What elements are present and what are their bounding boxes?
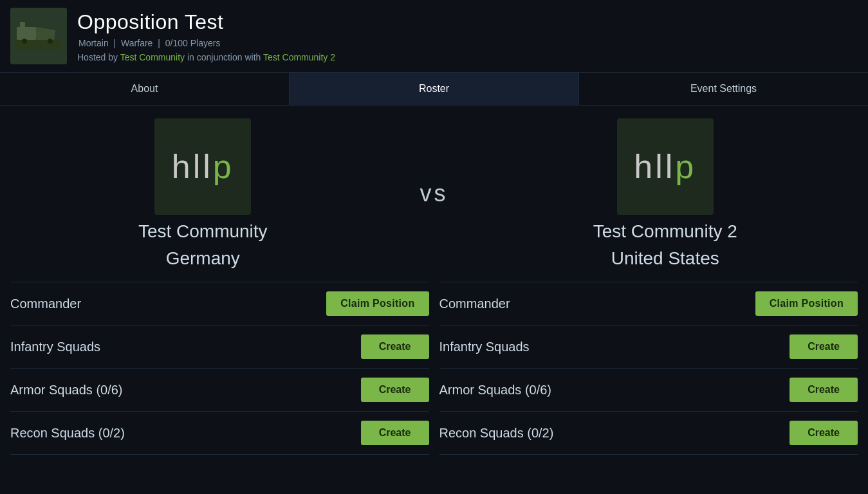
left-armor-label: Armor Squads (0/6) xyxy=(10,383,123,398)
left-claim-position-button[interactable]: Claim Position xyxy=(326,291,429,316)
host2-link[interactable]: Test Community 2 xyxy=(263,52,335,62)
left-recon-create-button[interactable]: Create xyxy=(361,421,429,445)
team-right-block: hllp Test Community 2 United States xyxy=(473,118,858,269)
left-recon-label: Recon Squads (0/2) xyxy=(10,426,125,441)
vs-section: hllp Test Community Germany vs hllp Test… xyxy=(10,105,858,275)
team-left-name: Test Community xyxy=(138,221,268,242)
host1-link[interactable]: Test Community xyxy=(120,52,185,62)
game-thumbnail xyxy=(10,8,67,64)
left-commander-label: Commander xyxy=(10,297,81,311)
left-infantry-row: Infantry Squads Create xyxy=(10,325,429,369)
roster-divider xyxy=(429,282,439,455)
right-recon-row: Recon Squads (0/2) Create xyxy=(439,412,858,455)
right-armor-row: Armor Squads (0/6) Create xyxy=(439,369,858,412)
separator-1: | xyxy=(114,38,116,48)
team-left-faction: Germany xyxy=(166,248,240,269)
tab-roster[interactable]: Roster xyxy=(290,73,579,105)
right-armor-create-button[interactable]: Create xyxy=(790,378,858,402)
svg-point-6 xyxy=(22,39,27,44)
left-armor-row: Armor Squads (0/6) Create xyxy=(10,369,429,412)
tab-bar: About Roster Event Settings xyxy=(0,72,868,105)
separator-2: | xyxy=(158,38,160,48)
left-infantry-label: Infantry Squads xyxy=(10,340,100,354)
svg-rect-1 xyxy=(17,27,36,40)
game-label: Mortain xyxy=(78,38,109,48)
right-recon-create-button[interactable]: Create xyxy=(790,421,858,445)
team-left-block: hllp Test Community Germany xyxy=(10,118,396,269)
players-label: 0/100 Players xyxy=(165,38,221,48)
right-armor-label: Armor Squads (0/6) xyxy=(439,383,552,398)
team-right-name: Test Community 2 xyxy=(593,221,737,242)
roster-container: Commander Claim Position Infantry Squads… xyxy=(10,282,858,455)
team-right-logo: hllp xyxy=(617,118,714,215)
roster-left: Commander Claim Position Infantry Squads… xyxy=(10,282,429,455)
hosted-by: Hosted by Test Community in conjunction … xyxy=(77,52,335,62)
right-commander-row: Commander Claim Position xyxy=(439,282,858,325)
event-title: Opposition Test xyxy=(77,10,335,34)
mode-label: Warfare xyxy=(121,38,152,48)
header: Opposition Test Mortain | Warfare | 0/10… xyxy=(0,0,868,72)
right-infantry-create-button[interactable]: Create xyxy=(790,334,858,359)
team-right-faction: United States xyxy=(611,248,719,269)
right-infantry-row: Infantry Squads Create xyxy=(439,325,858,369)
header-info: Opposition Test Mortain | Warfare | 0/10… xyxy=(77,10,335,62)
roster-right: Commander Claim Position Infantry Squads… xyxy=(439,282,858,455)
vs-label: vs xyxy=(396,180,473,207)
hosted-conjunction: in conjunction with xyxy=(187,52,261,62)
svg-rect-4 xyxy=(39,33,52,39)
right-recon-label: Recon Squads (0/2) xyxy=(439,426,554,441)
right-claim-position-button[interactable]: Claim Position xyxy=(755,291,858,316)
team-left-logo: hllp xyxy=(154,118,251,215)
main-content: hllp Test Community Germany vs hllp Test… xyxy=(0,105,868,455)
tab-event-settings[interactable]: Event Settings xyxy=(579,73,868,105)
right-infantry-label: Infantry Squads xyxy=(439,340,530,354)
right-commander-label: Commander xyxy=(439,297,510,311)
left-infantry-create-button[interactable]: Create xyxy=(361,334,429,359)
hosted-prefix: Hosted by xyxy=(77,52,118,62)
left-recon-row: Recon Squads (0/2) Create xyxy=(10,412,429,455)
svg-point-7 xyxy=(48,39,53,44)
left-armor-create-button[interactable]: Create xyxy=(361,378,429,402)
left-commander-row: Commander Claim Position xyxy=(10,282,429,325)
tab-about[interactable]: About xyxy=(0,73,290,105)
svg-rect-2 xyxy=(20,22,25,30)
event-meta: Mortain | Warfare | 0/100 Players xyxy=(77,38,335,48)
